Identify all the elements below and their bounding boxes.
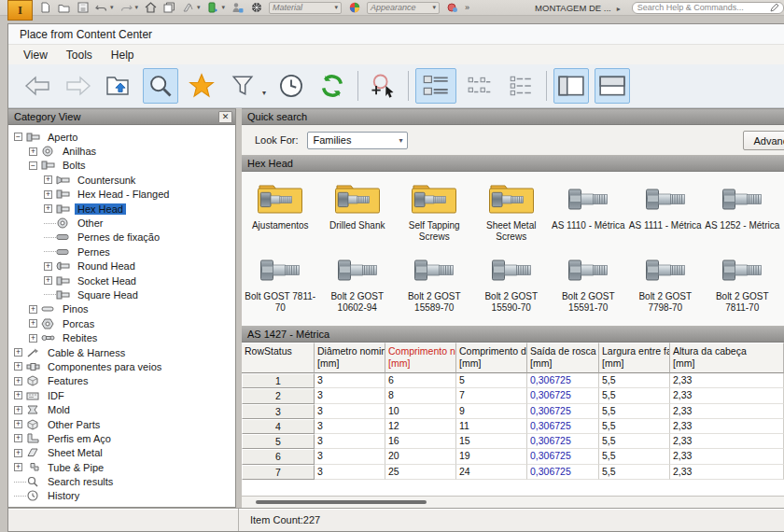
table-cell[interactable]: 5,5 bbox=[599, 419, 670, 434]
table-cell[interactable]: 2,33 bbox=[670, 449, 784, 464]
family-item[interactable]: AS 1110 - Métrica bbox=[550, 175, 627, 242]
table-cell[interactable]: 5,5 bbox=[599, 373, 670, 388]
table-cell[interactable]: 0,306725 bbox=[527, 419, 599, 434]
table-cell[interactable]: 10 bbox=[385, 404, 456, 419]
table-cell[interactable]: 7 bbox=[456, 388, 527, 403]
table-row[interactable]: 23870,3067255,52,33 bbox=[242, 388, 784, 403]
tree-item[interactable]: −Bolts bbox=[14, 159, 235, 173]
look-for-select[interactable]: Families▾ bbox=[307, 132, 408, 149]
redo-caret-icon[interactable]: ▾ bbox=[135, 4, 139, 11]
table-row[interactable]: 5316150,3067255,52,33 bbox=[242, 434, 784, 449]
table-cell[interactable]: 2,33 bbox=[670, 404, 784, 419]
view-list-button[interactable] bbox=[415, 68, 456, 104]
appearance-combobox[interactable]: Appearance▾ bbox=[367, 2, 440, 14]
filter-caret-icon[interactable]: ▾ bbox=[262, 89, 266, 97]
table-cell[interactable]: 3 bbox=[315, 465, 385, 480]
column-header[interactable]: Comprimento nominal[mm] bbox=[385, 343, 456, 373]
tree-item[interactable]: +Anilhas bbox=[14, 144, 235, 158]
tree-item[interactable]: +Hex Head bbox=[14, 202, 235, 216]
column-header[interactable]: Saída de rosca 45[mm] bbox=[527, 343, 599, 373]
expand-icon[interactable]: + bbox=[14, 362, 22, 371]
table-cell[interactable]: 0,306725 bbox=[527, 388, 599, 403]
close-icon[interactable]: ✕ bbox=[218, 111, 232, 123]
family-item[interactable] bbox=[627, 318, 705, 327]
tree-item[interactable]: +Features bbox=[14, 374, 235, 388]
region-search-button[interactable] bbox=[365, 68, 400, 104]
family-item[interactable]: Bolt 2 GOST 15589-70 bbox=[396, 246, 473, 313]
tree-item[interactable]: +Componentes para veios bbox=[14, 359, 235, 373]
favorites-button[interactable] bbox=[184, 68, 219, 104]
sketch-caret-icon[interactable]: ▾ bbox=[197, 4, 201, 11]
table-cell[interactable]: 3 bbox=[315, 419, 385, 434]
column-header[interactable]: Largura entre faces[mm] bbox=[599, 343, 670, 373]
expand-icon[interactable]: + bbox=[14, 434, 22, 442]
adjust-icon[interactable] bbox=[446, 2, 458, 14]
family-item[interactable] bbox=[319, 318, 397, 327]
family-item[interactable] bbox=[473, 318, 551, 327]
expand-icon[interactable]: + bbox=[14, 377, 22, 385]
row-status-cell[interactable]: 7 bbox=[242, 465, 315, 480]
family-item[interactable]: AS 1252 - Métrica bbox=[704, 175, 781, 242]
row-status-cell[interactable]: 5 bbox=[242, 434, 315, 449]
material-update-icon[interactable] bbox=[207, 2, 219, 14]
view-icons-button[interactable] bbox=[462, 68, 497, 104]
scrollbar-thumb[interactable] bbox=[256, 500, 427, 504]
material-combobox[interactable]: Material▾ bbox=[269, 2, 342, 14]
tree-item[interactable]: +Other Parts bbox=[14, 417, 235, 431]
render-wheel-icon[interactable] bbox=[250, 2, 262, 14]
family-item[interactable]: AS 1111 - Métrica bbox=[627, 175, 705, 242]
table-cell[interactable]: 2,33 bbox=[670, 388, 784, 403]
table-cell[interactable]: 2,33 bbox=[670, 434, 784, 449]
table-cell[interactable]: 24 bbox=[456, 465, 527, 480]
family-item[interactable]: Bolt GOST 7811-70 bbox=[242, 246, 319, 313]
table-cell[interactable]: 0,306725 bbox=[527, 404, 599, 419]
table-row[interactable]: 4312110,3067255,52,33 bbox=[242, 419, 784, 434]
collapse-icon[interactable]: − bbox=[14, 133, 22, 141]
family-item[interactable] bbox=[550, 318, 627, 327]
tree-item[interactable]: Pernes de fixação bbox=[14, 231, 235, 245]
tree-item[interactable]: +Hex Head - Flanged bbox=[14, 188, 235, 202]
expand-icon[interactable]: + bbox=[44, 276, 52, 285]
row-status-cell[interactable]: 3 bbox=[242, 404, 315, 419]
table-cell[interactable]: 3 bbox=[315, 373, 385, 388]
table-cell[interactable]: 15 bbox=[456, 434, 527, 449]
tree-item[interactable]: +Socket Head bbox=[14, 273, 235, 287]
table-cell[interactable]: 3 bbox=[315, 404, 385, 419]
expand-icon[interactable]: + bbox=[44, 190, 52, 199]
toolbar-overflow-icon[interactable]: » bbox=[465, 3, 469, 12]
family-item[interactable]: Self Tapping Screws bbox=[396, 175, 473, 242]
table-cell[interactable]: 0,306725 bbox=[527, 449, 599, 464]
sketch-icon[interactable] bbox=[182, 2, 194, 14]
search-view-button[interactable] bbox=[143, 68, 178, 104]
column-header[interactable]: Altura da cabeça[mm] bbox=[670, 343, 784, 373]
menu-help[interactable]: Help bbox=[102, 47, 144, 63]
family-item[interactable]: Bolt 2 GOST 15590-70 bbox=[473, 246, 551, 313]
advanced-button[interactable]: Advanced bbox=[743, 131, 784, 150]
undo-caret-icon[interactable]: ▾ bbox=[110, 4, 114, 11]
expand-icon[interactable]: + bbox=[44, 204, 52, 213]
table-cell[interactable]: 0,306725 bbox=[527, 434, 599, 449]
layout-vertical-split-button[interactable] bbox=[553, 68, 589, 104]
family-item[interactable] bbox=[242, 318, 319, 327]
family-item[interactable]: Bolt 2 GOST 7798-70 bbox=[627, 246, 705, 313]
view-details-button[interactable] bbox=[503, 68, 539, 104]
tree-item[interactable]: −Aperto bbox=[14, 130, 235, 144]
family-item[interactable] bbox=[704, 318, 781, 327]
refresh-button[interactable] bbox=[315, 68, 350, 104]
table-cell[interactable]: 2,33 bbox=[670, 419, 784, 434]
family-item[interactable]: Bolt 2 GOST 15591-70 bbox=[550, 246, 627, 313]
expand-icon[interactable]: + bbox=[14, 449, 22, 457]
table-cell[interactable]: 5,5 bbox=[599, 434, 670, 449]
open-folder-icon[interactable] bbox=[58, 2, 70, 14]
expand-icon[interactable]: + bbox=[14, 463, 22, 471]
family-item[interactable]: Drilled Shank bbox=[319, 175, 397, 242]
table-cell[interactable]: 3 bbox=[315, 388, 385, 403]
expand-icon[interactable]: + bbox=[44, 262, 52, 271]
collapse-icon[interactable]: − bbox=[29, 161, 37, 170]
expand-icon[interactable]: + bbox=[29, 334, 37, 343]
tree-item[interactable]: Search results bbox=[14, 474, 235, 488]
table-row[interactable]: 331090,3067255,52,33 bbox=[242, 404, 784, 419]
menu-tools[interactable]: Tools bbox=[57, 47, 102, 63]
column-header[interactable]: Comprimento da rosca[mm] bbox=[456, 343, 527, 373]
table-cell[interactable]: 5 bbox=[456, 373, 527, 388]
